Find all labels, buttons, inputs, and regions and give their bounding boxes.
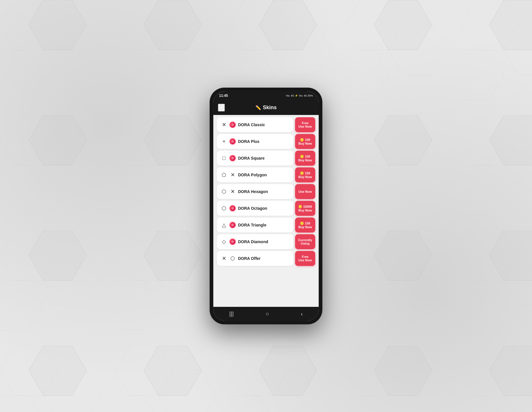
skin-item-offer: ✕⬡DORA Offer [217, 251, 293, 266]
skin-row-classic: ✕DORA ClassicFreeUse Now [217, 117, 315, 132]
action-btn-diamond[interactable]: CurrentlyUsing [295, 234, 315, 249]
skin-circle-diamond [229, 239, 236, 245]
btn-top-octagon: 🪙 15000 [298, 205, 312, 209]
nav-recent-button[interactable]: ||| [229, 311, 234, 317]
phone-frame: 11:45 Vo₀ 4G ⚡ Vo₀ 4G 35% ← ✏️ Skins ✕DO… [210, 88, 322, 324]
skin-icon-polygon: ⬠ [221, 172, 227, 178]
status-battery: 35% [308, 94, 313, 97]
action-btn-octagon[interactable]: 🪙 15000Buy Now [295, 201, 315, 216]
skin-item-classic: ✕DORA Classic [217, 117, 293, 132]
btn-bottom-octagon: Buy Now [298, 209, 312, 212]
btn-bottom-offer: Use Now [299, 258, 312, 262]
skin-icon-square: □ [221, 155, 227, 161]
skin-icon-classic: ✕ [221, 122, 227, 128]
skin-name-square: DORA Square [238, 156, 265, 160]
skin-row-offer: ✕⬡DORA OfferFreeUse Now [217, 251, 315, 266]
skin-circle-octagon [229, 205, 236, 211]
skin-row-square: □DORA Square🪙 150Buy Now [217, 151, 315, 166]
skin-circle-plus [229, 138, 236, 145]
skin-circle-square [229, 155, 236, 161]
skin-row-polygon: ⬠✕DORA Polygon🪙 150Buy Now [217, 167, 315, 182]
btn-top-plus: 🪙 100 [300, 138, 310, 142]
title-text: Skins [263, 105, 277, 111]
action-btn-hexagon[interactable]: Use Now [295, 184, 315, 199]
back-button[interactable]: ← [218, 104, 225, 111]
skin-item-square: □DORA Square [217, 151, 293, 166]
btn-top-square: 🪙 150 [300, 155, 310, 158]
skin-icon-triangle: △ [221, 222, 227, 228]
nav-home-button[interactable]: ○ [265, 311, 269, 317]
btn-top-polygon: 🪙 150 [300, 171, 310, 175]
skin-row-hexagon: ⬡✕DORA HexagonUse Now [217, 184, 315, 199]
bottom-nav: ||| ○ ‹ [213, 307, 319, 321]
skin-icon-plus: + [221, 139, 227, 145]
skin-icon2-hexagon: ✕ [229, 188, 236, 195]
action-btn-polygon[interactable]: 🪙 150Buy Now [295, 167, 315, 182]
btn-bottom-hexagon: Use Now [299, 190, 312, 193]
skin-icon-offer: ✕ [221, 255, 227, 262]
skin-icon-diamond: ◇ [221, 239, 227, 245]
top-nav: ← ✏️ Skins [213, 100, 319, 115]
skin-row-plus: +DORA Plus🪙 100Buy Now [217, 134, 315, 149]
skin-icon-octagon: ⬡ [221, 205, 227, 211]
skin-item-plus: +DORA Plus [217, 134, 293, 149]
btn-bottom-plus: Buy Now [298, 142, 312, 145]
skin-item-diamond: ◇DORA Diamond [217, 234, 293, 249]
status-signal: Vo₀ 4G ⚡ Vo₀ 4G [286, 94, 307, 97]
btn-bottom-diamond: Using [301, 242, 310, 245]
skin-name-plus: DORA Plus [238, 139, 259, 144]
skin-circle-triangle [229, 222, 236, 228]
action-btn-triangle[interactable]: 🪙 150Buy Now [295, 218, 315, 233]
btn-bottom-classic: Use Now [299, 125, 312, 128]
title-icon: ✏️ [255, 105, 261, 110]
status-time: 11:45 [219, 94, 228, 98]
skin-name-triangle: DORA Triangle [238, 223, 266, 227]
phone-screen: 11:45 Vo₀ 4G ⚡ Vo₀ 4G 35% ← ✏️ Skins ✕DO… [213, 91, 319, 321]
btn-bottom-triangle: Buy Now [298, 225, 312, 229]
action-btn-offer[interactable]: FreeUse Now [295, 251, 315, 266]
skin-row-octagon: ⬡DORA Octagon🪙 15000Buy Now [217, 201, 315, 216]
skin-icon2-polygon: ✕ [229, 172, 236, 178]
skin-row-diamond: ◇DORA DiamondCurrentlyUsing [217, 234, 315, 249]
status-icons: Vo₀ 4G ⚡ Vo₀ 4G 35% [286, 94, 313, 97]
skin-item-hexagon: ⬡✕DORA Hexagon [217, 184, 293, 199]
action-btn-classic[interactable]: FreeUse Now [295, 117, 315, 132]
btn-top-classic: Free [302, 121, 308, 125]
phone-wrapper: 11:45 Vo₀ 4G ⚡ Vo₀ 4G 35% ← ✏️ Skins ✕DO… [210, 88, 322, 324]
action-btn-plus[interactable]: 🪙 100Buy Now [295, 134, 315, 149]
skins-list: ✕DORA ClassicFreeUse Now+DORA Plus🪙 100B… [213, 115, 319, 307]
skin-item-triangle: △DORA Triangle [217, 218, 293, 233]
btn-top-diamond: Currently [298, 238, 312, 242]
btn-bottom-polygon: Buy Now [298, 175, 312, 179]
btn-top-triangle: 🪙 150 [300, 222, 310, 225]
skin-name-octagon: DORA Octagon [238, 206, 267, 211]
page-title: ✏️ Skins [255, 105, 277, 111]
notch [254, 91, 278, 98]
action-btn-square[interactable]: 🪙 150Buy Now [295, 151, 315, 166]
skin-icon-hexagon: ⬡ [221, 188, 227, 195]
skin-name-classic: DORA Classic [238, 122, 265, 127]
skin-item-polygon: ⬠✕DORA Polygon [217, 167, 293, 182]
skin-name-polygon: DORA Polygon [238, 173, 267, 177]
skin-circle-classic [229, 122, 236, 128]
skin-name-diamond: DORA Diamond [238, 239, 268, 244]
skin-row-triangle: △DORA Triangle🪙 150Buy Now [217, 218, 315, 233]
skin-name-offer: DORA Offer [238, 256, 261, 261]
nav-back-button[interactable]: ‹ [301, 311, 303, 317]
skin-item-octagon: ⬡DORA Octagon [217, 201, 293, 216]
btn-bottom-square: Buy Now [298, 158, 312, 162]
btn-top-offer: Free [302, 255, 308, 258]
skin-name-hexagon: DORA Hexagon [238, 189, 268, 194]
skin-icon2-offer: ⬡ [229, 255, 236, 262]
